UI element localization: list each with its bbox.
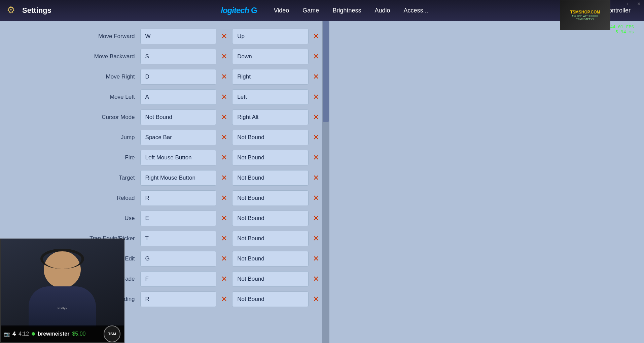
delete-primary-button[interactable]: ✕ [217, 272, 231, 286]
nav-center: logitech G Video Game Brightness Audio A… [62, 4, 594, 17]
delete-primary-button[interactable]: ✕ [217, 110, 231, 124]
delete-primary-button[interactable]: ✕ [217, 70, 231, 84]
delete-secondary-button[interactable]: ✕ [309, 151, 323, 165]
stream-viewers: 4 [12, 331, 16, 338]
delete-primary-button[interactable]: ✕ [217, 90, 231, 104]
primary-key-cell[interactable]: W [140, 29, 216, 44]
delete-primary-button[interactable]: ✕ [217, 29, 231, 43]
settings-title: Settings [22, 6, 51, 15]
delete-secondary-button[interactable]: ✕ [309, 231, 323, 246]
nav-brightness[interactable]: Brightness [326, 4, 368, 17]
stream-bar: 📷 4 4:12 brewmeister $5.00 TSM [1, 325, 124, 342]
close-button[interactable]: ✕ [634, 0, 644, 7]
secondary-key-cell[interactable]: Not Bound [232, 150, 308, 165]
primary-key-cell[interactable]: T [140, 231, 216, 246]
delete-secondary-button[interactable]: ✕ [309, 211, 323, 225]
secondary-key-cell[interactable]: Right Alt [232, 110, 308, 125]
primary-key-cell[interactable]: F [140, 271, 216, 287]
keybind-row: Move Left A ✕ Left ✕ [67, 88, 324, 106]
webcam-overlay: Kraftyy 📷 4 4:12 brewmeister $5.00 TSM [0, 239, 124, 343]
secondary-key-cell[interactable]: Right [232, 69, 308, 85]
delete-secondary-button[interactable]: ✕ [309, 110, 323, 124]
delete-primary-button[interactable]: ✕ [217, 151, 231, 165]
stream-username: brewmeister [38, 331, 69, 337]
delete-secondary-button[interactable]: ✕ [309, 29, 323, 43]
delete-primary-button[interactable]: ✕ [217, 130, 231, 145]
keybind-row: Move Forward W ✕ Up ✕ [67, 28, 324, 45]
action-label: Move Backward [67, 53, 140, 60]
secondary-key-cell[interactable]: Not Bound [232, 190, 308, 206]
delete-primary-button[interactable]: ✕ [217, 50, 231, 64]
keybind-row: Reload R ✕ Not Bound ✕ [67, 189, 324, 207]
stream-live-dot [32, 332, 35, 336]
scrollbar[interactable] [322, 21, 329, 343]
main-content: 144.01 FPS 5.94 ms Move Forward W ✕ Up ✕… [0, 21, 644, 343]
action-label: Fire [67, 154, 140, 161]
tsm-logo: TSM [104, 325, 120, 342]
secondary-key-cell[interactable]: Not Bound [232, 251, 308, 267]
gear-icon: ⚙ [7, 4, 19, 17]
scrollbar-thumb[interactable] [323, 21, 329, 122]
minimize-button[interactable]: ─ [614, 0, 624, 7]
settings-logo: ⚙ Settings [7, 4, 51, 17]
secondary-key-cell[interactable]: Not Bound [232, 291, 308, 307]
keybind-row: Use E ✕ Not Bound ✕ [67, 210, 324, 227]
secondary-key-cell[interactable]: Not Bound [232, 170, 308, 186]
action-label: Jump [67, 134, 140, 141]
delete-primary-button[interactable]: ✕ [217, 231, 231, 246]
nav-audio[interactable]: Audio [368, 4, 397, 17]
stream-time: 4:12 [19, 331, 29, 337]
window-controls: ─ □ ✕ [614, 0, 644, 7]
secondary-key-cell[interactable]: Down [232, 49, 308, 64]
primary-key-cell[interactable]: R [140, 190, 216, 206]
maximize-button[interactable]: □ [624, 0, 634, 7]
secondary-key-cell[interactable]: Left [232, 89, 308, 105]
action-label: Use [67, 215, 140, 222]
primary-key-cell[interactable]: G [140, 251, 216, 267]
keybind-row: Fire Left Mouse Button ✕ Not Bound ✕ [67, 149, 324, 166]
delete-secondary-button[interactable]: ✕ [309, 171, 323, 185]
delete-secondary-button[interactable]: ✕ [309, 50, 323, 64]
delete-secondary-button[interactable]: ✕ [309, 191, 323, 205]
fps-ms: 5.94 ms [608, 29, 634, 34]
ad-code-label: 5% OFF WITH CODE TSMKRAFTYY [572, 14, 598, 21]
delete-primary-button[interactable]: ✕ [217, 171, 231, 185]
delete-secondary-button[interactable]: ✕ [309, 292, 323, 306]
delete-primary-button[interactable]: ✕ [217, 211, 231, 225]
primary-key-cell[interactable]: Right Mouse Button [140, 170, 216, 186]
secondary-key-cell[interactable]: Not Bound [232, 211, 308, 226]
primary-key-cell[interactable]: Space Bar [140, 130, 216, 145]
delete-primary-button[interactable]: ✕ [217, 292, 231, 306]
primary-key-cell[interactable]: Not Bound [140, 110, 216, 125]
delete-primary-button[interactable]: ✕ [217, 252, 231, 266]
keybind-row: Move Backward S ✕ Down ✕ [67, 48, 324, 65]
secondary-key-cell[interactable]: Up [232, 29, 308, 44]
secondary-key-cell[interactable]: Not Bound [232, 130, 308, 145]
keybind-row: Move Right D ✕ Right ✕ [67, 68, 324, 86]
delete-secondary-button[interactable]: ✕ [309, 70, 323, 84]
delete-secondary-button[interactable]: ✕ [309, 272, 323, 286]
primary-key-cell[interactable]: Left Mouse Button [140, 150, 216, 165]
secondary-key-cell[interactable]: Not Bound [232, 231, 308, 246]
delete-primary-button[interactable]: ✕ [217, 191, 231, 205]
nav-bar: ⚙ Settings logitech G Video Game Brightn… [0, 0, 644, 21]
nav-accessibility[interactable]: Access... [397, 4, 435, 17]
secondary-key-cell[interactable]: Not Bound [232, 271, 308, 287]
ad-store: TSMSHOP.COM [570, 10, 600, 14]
delete-secondary-button[interactable]: ✕ [309, 252, 323, 266]
action-label: Move Left [67, 94, 140, 100]
primary-key-cell[interactable]: D [140, 69, 216, 85]
nav-video[interactable]: Video [267, 4, 296, 17]
primary-key-cell[interactable]: S [140, 49, 216, 64]
primary-key-cell[interactable]: R [140, 291, 216, 307]
primary-key-cell[interactable]: A [140, 89, 216, 105]
delete-secondary-button[interactable]: ✕ [309, 130, 323, 145]
keybind-row: Cursor Mode Not Bound ✕ Right Alt ✕ [67, 108, 324, 126]
primary-key-cell[interactable]: E [140, 211, 216, 226]
stream-donation: $5.00 [72, 331, 85, 337]
fps-value: 144.01 FPS [608, 24, 634, 29]
ad-banner: TSMSHOP.COM 5% OFF WITH CODE TSMKRAFTYY [560, 0, 610, 30]
delete-secondary-button[interactable]: ✕ [309, 90, 323, 104]
keybind-row: Target Right Mouse Button ✕ Not Bound ✕ [67, 169, 324, 187]
nav-game[interactable]: Game [296, 4, 326, 17]
